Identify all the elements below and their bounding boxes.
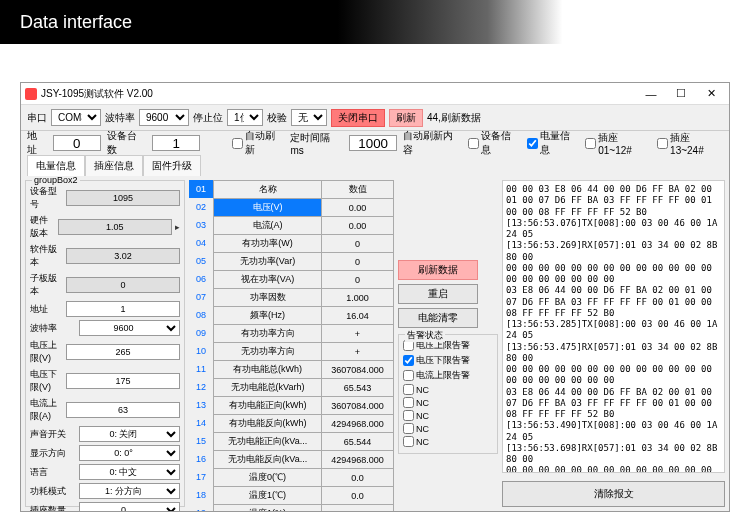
restart-button[interactable]: 重启 — [398, 284, 478, 304]
refresh-button[interactable]: 刷新 — [389, 109, 423, 127]
socket1-checkbox[interactable] — [585, 138, 596, 149]
alarm-checkbox[interactable] — [403, 410, 414, 421]
refresh-data-button[interactable]: 刷新数据 — [398, 260, 478, 280]
alarm-item: NC — [403, 397, 493, 408]
auto-refresh-checkbox[interactable] — [232, 138, 243, 149]
close-button[interactable]: ✕ — [697, 85, 725, 103]
table-row[interactable]: 有功功率(W)0 — [214, 235, 394, 253]
table-row[interactable]: 功率因数1.000 — [214, 289, 394, 307]
alarm-status-panel: 告警状态 电压上限告警电压下限告警电流上限告警NCNCNCNCNC — [398, 334, 498, 454]
table-row[interactable]: 温度1(%)0.0 — [214, 505, 394, 512]
table-row[interactable]: 有功功率方向+ — [214, 325, 394, 343]
addr-input[interactable] — [53, 135, 101, 151]
timer-input[interactable] — [349, 135, 397, 151]
check-label: 校验 — [267, 111, 287, 125]
index-cell[interactable]: 01 — [189, 180, 213, 198]
alarm-checkbox[interactable] — [403, 355, 414, 366]
table-row[interactable]: 无功电能反向(kVa...4294968.000 — [214, 451, 394, 469]
check-select[interactable]: 无 — [291, 109, 327, 126]
index-cell[interactable]: 12 — [189, 378, 213, 396]
minimize-button[interactable]: — — [637, 85, 665, 103]
devcount-input[interactable] — [152, 135, 200, 151]
tab-socketinfo[interactable]: 插座信息 — [85, 155, 143, 176]
alarm-item: NC — [403, 436, 493, 447]
timer-label: 定时间隔ms — [290, 131, 343, 156]
dev-baud-select[interactable]: 9600 — [79, 320, 180, 336]
port-select[interactable]: COM3 — [51, 109, 101, 126]
auto-refresh-label: 自动刷新 — [245, 129, 284, 157]
volt-lower-input[interactable] — [66, 373, 180, 389]
alarm-item: NC — [403, 384, 493, 395]
index-cell[interactable]: 03 — [189, 216, 213, 234]
table-row[interactable]: 电流(A)0.00 — [214, 217, 394, 235]
devcount-label: 设备台数 — [107, 129, 147, 157]
alarm-item: NC — [403, 423, 493, 434]
index-cell[interactable]: 07 — [189, 288, 213, 306]
volt-upper-input[interactable] — [66, 344, 180, 360]
table-row[interactable]: 无功电能总(kVarh)65.543 — [214, 379, 394, 397]
devinfo-checkbox[interactable] — [468, 138, 479, 149]
app-icon — [25, 88, 37, 100]
lang-select[interactable]: 0: 中文 — [79, 464, 180, 480]
table-row[interactable]: 有功电能总(kWh)3607084.000 — [214, 361, 394, 379]
table-row[interactable]: 无功功率方向+ — [214, 343, 394, 361]
titlebar: JSY-1095测试软件 V2.00 — ☐ ✕ — [21, 83, 729, 105]
index-cell[interactable]: 13 — [189, 396, 213, 414]
alarm-select[interactable]: 0: 关闭 — [79, 426, 180, 442]
index-cell[interactable]: 19 — [189, 504, 213, 511]
index-cell[interactable]: 18 — [189, 486, 213, 504]
close-port-button[interactable]: 关闭串口 — [331, 109, 385, 127]
alarm-checkbox[interactable] — [403, 436, 414, 447]
table-row[interactable]: 有功电能反向(kWh)4294968.000 — [214, 415, 394, 433]
index-cell[interactable]: 10 — [189, 342, 213, 360]
table-row[interactable]: 视在功率(VA)0 — [214, 271, 394, 289]
alarm-checkbox[interactable] — [403, 397, 414, 408]
dev-addr-input[interactable] — [66, 301, 180, 317]
table-row[interactable]: 频率(Hz)16.04 — [214, 307, 394, 325]
index-cell[interactable]: 14 — [189, 414, 213, 432]
index-cell[interactable]: 15 — [189, 432, 213, 450]
alarm-item: 电压下限告警 — [403, 354, 493, 367]
curr-upper-input[interactable] — [66, 402, 180, 418]
elecinfo-checkbox[interactable] — [527, 138, 538, 149]
clear-log-button[interactable]: 清除报文 — [502, 481, 725, 507]
col-name: 名称 — [214, 181, 322, 199]
alarm-checkbox[interactable] — [403, 423, 414, 434]
energy-clear-button[interactable]: 电能清零 — [398, 308, 478, 328]
data-table: 名称数值 电压(V)0.00电流(A)0.00有功功率(W)0无功功率(Var)… — [213, 180, 394, 511]
alarm-item: NC — [403, 410, 493, 421]
index-column: 01020304050607080910111213141516171819 — [189, 180, 213, 507]
window-title: JSY-1095测试软件 V2.00 — [41, 87, 153, 101]
socketn-select[interactable]: 0 — [79, 502, 180, 511]
arrow-icon[interactable]: ▸ — [175, 222, 180, 232]
table-row[interactable]: 无功功率(Var)0 — [214, 253, 394, 271]
index-cell[interactable]: 04 — [189, 234, 213, 252]
baud-select[interactable]: 9600 — [139, 109, 189, 126]
pmode-select[interactable]: 1: 分方向 — [79, 483, 180, 499]
auto-content-label: 自动刷新内容 — [403, 129, 462, 157]
disp-select[interactable]: 0: 0° — [79, 445, 180, 461]
alarm-checkbox[interactable] — [403, 370, 414, 381]
table-row[interactable]: 有功电能正向(kWh)3607084.000 — [214, 397, 394, 415]
port-label: 串口 — [27, 111, 47, 125]
index-cell[interactable]: 09 — [189, 324, 213, 342]
alarm-checkbox[interactable] — [403, 384, 414, 395]
index-cell[interactable]: 08 — [189, 306, 213, 324]
table-row[interactable]: 温度1(℃)0.0 — [214, 487, 394, 505]
index-cell[interactable]: 06 — [189, 270, 213, 288]
col-value: 数值 — [322, 181, 394, 199]
index-cell[interactable]: 05 — [189, 252, 213, 270]
table-row[interactable]: 电压(V)0.00 — [214, 199, 394, 217]
table-row[interactable]: 温度0(℃)0.0 — [214, 469, 394, 487]
table-row[interactable]: 无功电能正向(kVa...65.544 — [214, 433, 394, 451]
index-cell[interactable]: 16 — [189, 450, 213, 468]
stop-select[interactable]: 1位 — [227, 109, 263, 126]
maximize-button[interactable]: ☐ — [667, 85, 695, 103]
hex-log[interactable]: 00 00 03 E8 06 44 00 00 D6 FF BA 02 00 0… — [502, 180, 725, 473]
index-cell[interactable]: 02 — [189, 198, 213, 216]
tab-firmware[interactable]: 固件升级 — [143, 155, 201, 176]
socket2-checkbox[interactable] — [657, 138, 668, 149]
tab-elecinfo[interactable]: 电量信息 — [27, 155, 85, 176]
index-cell[interactable]: 17 — [189, 468, 213, 486]
index-cell[interactable]: 11 — [189, 360, 213, 378]
